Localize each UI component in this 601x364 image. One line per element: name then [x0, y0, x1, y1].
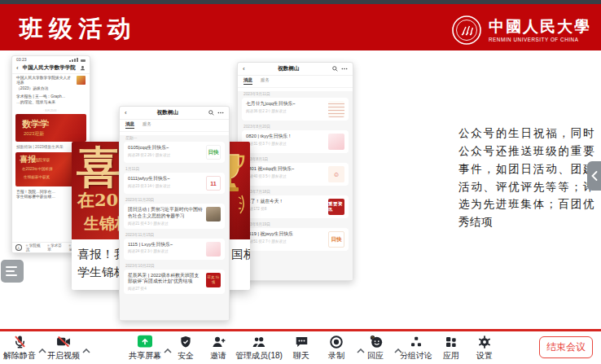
article-feed: 星期一 0105|cqq生日快乐~ 阅读28 赞2 26个朋友读过 日快 1月1…: [120, 135, 229, 321]
feed-meta: 阅读28 赞2 26个朋友读过: [128, 153, 203, 157]
feed-date: 2023年8月1日: [243, 156, 347, 161]
gear-icon: [477, 334, 492, 349]
account-title: 祝数桐山: [157, 109, 178, 116]
feed-thumb: 日快: [206, 145, 221, 160]
tab-services: 服务: [143, 121, 151, 129]
feed-item: 来了！就在今天！ 阅读172 赞8 重要资讯: [242, 195, 349, 218]
tool-label: 安全: [178, 350, 194, 362]
video-options-caret[interactable]: [82, 342, 90, 357]
start-video-button[interactable]: 开启视频: [47, 334, 80, 362]
tool-label: 设置: [476, 350, 493, 362]
breakout-rooms-icon: [409, 334, 423, 349]
feed-meta: 阅读172 赞8: [246, 207, 325, 211]
meeting-window: 班级活动 中國人民大學 RENMIN UNIVERSITY OF CHINA 0…: [0, 0, 601, 364]
date-separator: · 8月25日 ·: [12, 108, 90, 112]
feed-thumb: 重要资讯: [328, 199, 344, 215]
reactions-button[interactable]: 回应: [367, 334, 384, 362]
status-time: 03:23: [16, 57, 27, 62]
feed-item: 星辰风采 | 2022级本科数天班团支部获评“百团成长计划”优秀结项 阅读27 …: [124, 270, 225, 295]
feed-item: 0801 祝xdqq生日快乐~ 阅读40 赞3 5个朋友读过 ☺: [242, 163, 349, 186]
shared-slide-content: 03:23 ‹ 中国人民大学数学学院 中国人民大学数学学院拔尖人才培养 （202…: [0, 50, 601, 329]
apps-icon: [444, 334, 458, 349]
account-logo-icon: 人: [15, 244, 22, 251]
profile-icon: [80, 65, 86, 71]
article-title-line: （2023）选拔办法: [16, 86, 74, 91]
feed-meta: 阅读27 赞4: [128, 287, 203, 291]
feed-title: 0820 | tkyy生日快乐！: [246, 134, 325, 140]
tool-label: 共享屏幕: [129, 350, 161, 362]
end-meeting-button[interactable]: 结束会议: [539, 336, 593, 358]
tool-label: 分组讨论: [400, 350, 432, 362]
settings-button[interactable]: 设置: [476, 334, 493, 362]
tool-label: 应用: [443, 350, 459, 362]
tab-messages: 消息: [243, 77, 252, 85]
feed-meta: 阅读31 赞3 7个朋友读过: [246, 142, 325, 146]
xibao-line: 生锦标赛中获奖: [24, 175, 50, 179]
record-options-caret[interactable]: [357, 342, 365, 357]
account-tabs: 消息 服务: [120, 120, 229, 132]
record-icon: [329, 334, 344, 349]
tool-label: 管理成员(18): [235, 350, 283, 362]
feed-item: 0105|cqq生日快乐~ 阅读28 赞2 26个朋友读过 日快: [124, 142, 225, 163]
feed-thumb: 日快: [328, 231, 344, 248]
back-icon: ‹: [125, 110, 127, 116]
record-button[interactable]: 录制: [328, 334, 344, 362]
feed-meta: 阅读23 赞3 14个朋友读过: [128, 184, 203, 188]
account-title: 中国人民大学数学学院: [23, 64, 76, 72]
feed-title: 0619 | 祝jwyy生日快乐: [246, 231, 325, 238]
breakout-rooms-button[interactable]: 分组讨论: [400, 334, 432, 362]
phone-screenshot-right: ‹ 祝数桐山 消息 服务 2023年9月11日 七月廿九|cqq生日快乐~ 阅读…: [237, 62, 353, 281]
feed-meta: 阅读51 赞2 7个朋友读过: [246, 239, 325, 243]
article-item: 学术报告 | 王一鸣：Graph… …的理论、现状与未来: [12, 93, 90, 107]
search-icon: [208, 110, 214, 116]
manage-members-button[interactable]: 管理成员(18): [235, 334, 283, 362]
tab-messages: 消息: [125, 121, 134, 129]
feed-date: 2023年10月22日: [125, 263, 223, 268]
article-title-line: 中国人民大学数学学院拔尖人才培养: [16, 76, 74, 86]
invite-button[interactable]: 邀请: [210, 334, 226, 362]
mic-muted-icon: [12, 334, 28, 349]
feed-date: 星期一: [125, 135, 223, 140]
feed-title: 0801 祝xdqq生日快乐~: [246, 166, 325, 173]
feed-title: 七月廿九|cqq生日快乐~: [246, 101, 325, 107]
feed-thumb: [206, 242, 221, 257]
mic-options-caret[interactable]: [38, 342, 46, 357]
annotation-list-button[interactable]: [1, 260, 24, 283]
phone-header: ‹ 祝数桐山: [238, 63, 353, 76]
tool-label: 邀请: [210, 350, 226, 362]
feed-item: 0820 | tkyy生日快乐！ 阅读31 赞3 7个朋友读过: [242, 130, 349, 153]
phone-header: ‹ 祝数桐山: [120, 107, 229, 120]
feed-thumb: [328, 134, 344, 150]
share-options-caret[interactable]: [164, 342, 172, 357]
account-tabs: 消息 服务: [238, 76, 353, 88]
security-button[interactable]: 安全: [178, 334, 194, 362]
banner-image: 数学学 2023迎新: [15, 114, 86, 142]
apps-button[interactable]: 应用: [443, 334, 459, 362]
feed-meta: 阅读36 赞2 2个朋友读过: [246, 109, 325, 113]
chat-button[interactable]: 聊天: [293, 334, 309, 362]
xibao-line: 我院荣获: [35, 158, 50, 162]
university-name-en: RENMIN UNIVERSITY OF CHINA: [489, 37, 591, 42]
search-icon: [332, 66, 338, 72]
signal-battery-icon: [69, 58, 86, 62]
article-thumb: [77, 76, 86, 85]
unmute-button[interactable]: 解除静音: [3, 334, 36, 362]
account-title: 祝数桐山: [278, 65, 299, 72]
share-screen-button[interactable]: 共享屏幕: [129, 334, 161, 362]
panel-collapse-handle[interactable]: [587, 161, 601, 191]
banner-title: 数学学: [22, 118, 49, 130]
shield-check-icon: [178, 334, 193, 349]
feed-date: 2023年9月11日: [243, 91, 347, 96]
phone-status-bar: 03:23: [12, 56, 90, 63]
feed-item: 0619 | 祝jwyy生日快乐 阅读51 赞2 7个朋友读过 日快: [242, 228, 349, 251]
tool-label: 聊天: [293, 350, 309, 362]
tool-label: 开启视频: [47, 350, 80, 362]
feed-thumb: 获奖 结项: [206, 273, 221, 287]
back-icon: ‹: [16, 65, 19, 72]
camera-muted-icon: [55, 334, 72, 349]
chevron-left-icon: [591, 171, 598, 181]
feed-item: 团日活动 | 贯彻习近平新时代中国特色社会主义思想的专题学习 阅读21 赞4 3…: [124, 204, 225, 229]
back-icon: ‹: [243, 66, 245, 72]
feed-item: 七月廿九|cqq生日快乐~ 阅读36 赞2 2个朋友读过: [242, 98, 349, 121]
reaction-smiley-icon: [368, 334, 384, 349]
